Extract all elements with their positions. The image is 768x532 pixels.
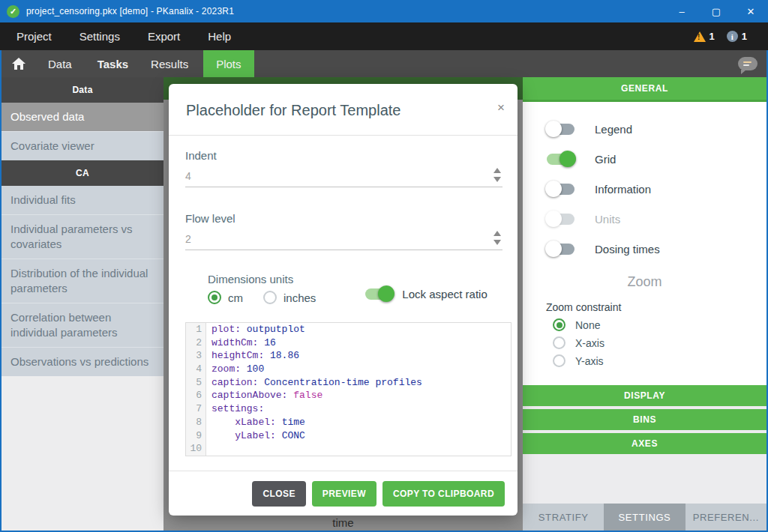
sidebar-item-observed-data[interactable]: Observed data xyxy=(2,103,164,131)
tab-data[interactable]: Data xyxy=(45,50,75,77)
radio-none[interactable] xyxy=(553,318,566,331)
lock-aspect-ratio-toggle[interactable] xyxy=(365,288,393,300)
radio-y-axis-label: Y-axis xyxy=(575,355,604,367)
information-toggle[interactable] xyxy=(547,184,574,195)
maximize-button[interactable]: ▢ xyxy=(699,0,734,22)
toggle-knob xyxy=(378,285,394,302)
zoom-section-heading: Zoom xyxy=(523,274,766,290)
indent-stepper[interactable] xyxy=(494,168,501,182)
zoom-constraint-yaxis-row: Y-axis xyxy=(523,354,766,367)
dimensions-units-block: Dimensions units cm inches xyxy=(208,273,329,304)
sidebar-item-indiv-params-vs-covariates[interactable]: Individual parameters vs covariates xyxy=(2,214,164,259)
tab-tasks[interactable]: Tasks xyxy=(94,50,131,77)
flow-level-value: 2 xyxy=(185,233,494,245)
sidebar-item-observations-vs-predictions[interactable]: Observations vs predictions xyxy=(2,347,164,376)
radio-x-axis[interactable] xyxy=(553,336,566,349)
sidebar-empty-space xyxy=(2,376,164,531)
flow-level-input[interactable]: 2 xyxy=(185,231,502,250)
copy-to-clipboard-button[interactable]: COPY TO CLIPBOARD xyxy=(382,481,505,507)
code-text: caption: Concentration-time profiles xyxy=(206,376,422,390)
tab-preferences[interactable]: PREFEREN... xyxy=(686,504,766,531)
dosing-times-toggle-row: Dosing times xyxy=(523,234,766,264)
flow-level-stepper[interactable] xyxy=(494,231,501,245)
warning-status[interactable]: 1 xyxy=(694,31,715,42)
dialog-body: Indent 4 Flow level xyxy=(169,136,518,471)
display-section-header[interactable]: DISPLAY xyxy=(523,385,766,406)
axes-section-header[interactable]: AXES xyxy=(523,433,766,454)
legend-toggle[interactable] xyxy=(547,124,574,135)
units-radio-group: cm inches xyxy=(208,291,329,304)
dialog-close-icon[interactable]: × xyxy=(497,100,505,115)
toggle-knob xyxy=(545,241,562,257)
code-text: widthCm: 16 xyxy=(206,336,276,350)
comment-bubble-icon[interactable] xyxy=(738,57,758,70)
code-text: settings: xyxy=(206,402,264,416)
menu-help[interactable]: Help xyxy=(208,30,231,43)
grid-toggle-row: Grid xyxy=(523,144,766,174)
menu-settings[interactable]: Settings xyxy=(80,30,120,43)
bubble-line xyxy=(743,64,749,66)
window-title: project_censoring.pkx [demo] - PKanalix … xyxy=(26,6,234,16)
indent-label: Indent xyxy=(185,149,506,162)
general-section-body: Legend Grid Information Units xyxy=(523,102,766,385)
radio-cm-label: cm xyxy=(228,291,243,304)
units-toggle xyxy=(547,214,574,225)
plot-area-dimmed: time Placeholder for Report Template × I… xyxy=(164,77,523,531)
menu-export[interactable]: Export xyxy=(148,30,180,43)
code-line: 1plot: outputplot xyxy=(186,323,511,336)
radio-y-axis[interactable] xyxy=(553,354,566,367)
code-line: 3heightCm: 18.86 xyxy=(186,349,511,363)
stepper-up-icon[interactable] xyxy=(494,168,501,173)
stepper-up-icon[interactable] xyxy=(494,231,501,236)
info-status[interactable]: i 1 xyxy=(727,31,747,42)
home-icon[interactable] xyxy=(12,58,26,70)
line-number: 4 xyxy=(186,363,206,376)
bubble-line xyxy=(743,61,752,63)
main-tab-bar: Data Tasks Results Plots xyxy=(2,50,766,77)
sidebar-item-distribution-indiv-params[interactable]: Distribution of the individual parameter… xyxy=(2,259,164,303)
dialog-header: Placeholder for Report Template × xyxy=(169,84,518,136)
minimize-button[interactable]: – xyxy=(664,0,699,22)
close-dialog-button[interactable]: CLOSE xyxy=(252,481,305,507)
code-text: zoom: 100 xyxy=(206,363,264,376)
information-toggle-row: Information xyxy=(523,174,766,204)
close-button[interactable]: ✕ xyxy=(734,0,768,22)
line-number: 2 xyxy=(186,336,206,350)
radio-inches-label: inches xyxy=(284,291,316,304)
tab-settings-active[interactable]: SETTINGS xyxy=(604,504,685,531)
stepper-down-icon[interactable] xyxy=(494,240,501,245)
dialog-title: Placeholder for Report Template xyxy=(186,102,400,119)
template-code-editor[interactable]: 1plot: outputplot 2widthCm: 16 3heightCm… xyxy=(185,322,512,456)
stepper-down-icon[interactable] xyxy=(494,177,501,182)
sidebar-item-individual-fits[interactable]: Individual fits xyxy=(2,186,164,214)
lock-aspect-ratio-label: Lock aspect ratio xyxy=(402,288,487,300)
sidebar-item-covariate-viewer[interactable]: Covariate viewer xyxy=(2,131,164,160)
code-line: 6captionAbove: false xyxy=(186,389,511,402)
sidebar-item-correlation-indiv-params[interactable]: Correlation between individual parameter… xyxy=(2,303,164,347)
title-bar: ✓ project_censoring.pkx [demo] - PKanali… xyxy=(0,0,768,22)
settings-panel: GENERAL Legend Grid Information xyxy=(523,77,766,531)
code-text: yLabel: CONC xyxy=(206,429,305,443)
preview-button[interactable]: PREVIEW xyxy=(312,481,376,507)
panel-bottom-tabs: STRATIFY SETTINGS PREFEREN... xyxy=(523,504,766,531)
radio-inches[interactable] xyxy=(263,291,277,304)
dimensions-units-row: Dimensions units cm inches Lo xyxy=(208,273,506,304)
bins-section-header[interactable]: BINS xyxy=(523,409,766,430)
general-section-header[interactable]: GENERAL xyxy=(523,77,766,102)
dosing-times-label: Dosing times xyxy=(595,243,660,256)
grid-toggle[interactable] xyxy=(547,154,574,165)
code-line: 7settings: xyxy=(186,402,511,416)
indent-input[interactable]: 4 xyxy=(185,168,502,187)
tab-stratify[interactable]: STRATIFY xyxy=(523,504,604,531)
info-icon: i xyxy=(727,31,738,42)
tab-results[interactable]: Results xyxy=(148,50,191,77)
warning-icon xyxy=(694,31,706,42)
indent-value: 4 xyxy=(185,170,494,182)
flow-level-field-group: Flow level 2 xyxy=(185,212,506,250)
dimensions-units-label: Dimensions units xyxy=(208,273,329,285)
tab-plots-active[interactable]: Plots xyxy=(203,50,254,77)
dosing-times-toggle[interactable] xyxy=(547,244,574,255)
radio-cm[interactable] xyxy=(208,291,221,304)
menu-project[interactable]: Project xyxy=(16,30,52,43)
line-number: 8 xyxy=(186,416,206,429)
